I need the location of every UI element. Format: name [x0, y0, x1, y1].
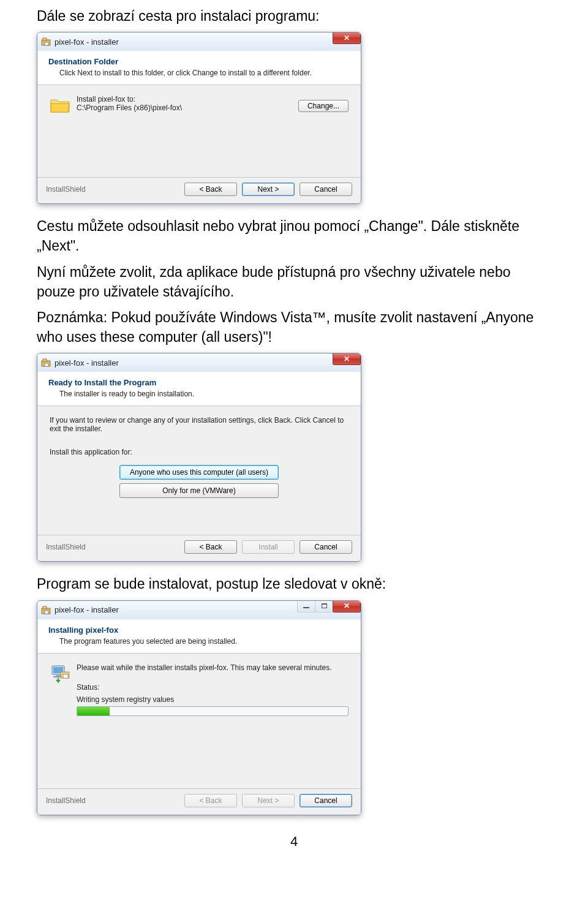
- next-button: Next >: [242, 794, 295, 807]
- window-title: pixel-fox - installer: [55, 37, 119, 47]
- next-button[interactable]: Next >: [242, 183, 295, 196]
- titlebar: pixel-fox - installer ✕: [37, 353, 361, 372]
- cancel-button[interactable]: Cancel: [300, 183, 352, 196]
- cancel-button[interactable]: Cancel: [300, 540, 352, 554]
- option-only-me[interactable]: Only for me (VMWare): [119, 483, 279, 498]
- installer-app-icon: [41, 37, 51, 47]
- back-button: < Back: [184, 794, 237, 807]
- progress-fill: [77, 707, 110, 715]
- installshield-brand: InstallShield: [46, 543, 86, 551]
- svg-rect-14: [63, 674, 68, 678]
- status-text: Writing system registry values: [77, 695, 349, 704]
- minimize-button[interactable]: [297, 600, 315, 613]
- option-all-users[interactable]: Anyone who uses this computer (all users…: [119, 465, 279, 480]
- computer-install-icon: [50, 663, 70, 684]
- close-button[interactable]: ✕: [333, 32, 361, 44]
- banner-heading: Ready to Install the Program: [48, 378, 350, 387]
- back-button[interactable]: < Back: [184, 540, 237, 554]
- doc-para-1: Cestu můžete odsouhlasit nebo vybrat jin…: [37, 216, 551, 255]
- window-title: pixel-fox - installer: [55, 605, 119, 614]
- titlebar: pixel-fox - installer ✕: [37, 601, 361, 619]
- installer-dialog-destination: pixel-fox - installer ✕ Destination Fold…: [37, 32, 361, 204]
- banner-heading: Destination Folder: [48, 57, 350, 66]
- installer-app-icon: [41, 358, 51, 368]
- status-label: Status:: [77, 683, 349, 692]
- install-button[interactable]: Install: [242, 540, 295, 554]
- close-button[interactable]: ✕: [333, 353, 361, 365]
- install-to-label: Install pixel-fox to:: [77, 95, 298, 104]
- svg-rect-7: [43, 606, 47, 609]
- please-wait-text: Please wait while the installer installs…: [77, 663, 349, 672]
- progress-bar: [77, 706, 349, 716]
- install-for-label: Install this application for:: [50, 448, 349, 456]
- installshield-brand: InstallShield: [46, 185, 86, 194]
- doc-para-4: Program se bude instalovat, postup lze s…: [37, 574, 551, 594]
- change-button[interactable]: Change...: [298, 100, 349, 112]
- banner-subtext: The installer is ready to begin installa…: [59, 390, 350, 398]
- banner-subtext: The program features you selected are be…: [59, 637, 350, 646]
- ready-body-text: If you want to review or change any of y…: [50, 416, 349, 433]
- doc-intro: Dále se zobrazí cesta pro instalaci prog…: [37, 6, 551, 26]
- dialog-banner: Installing pixel-fox The program feature…: [37, 619, 361, 654]
- svg-rect-2: [45, 42, 48, 45]
- cancel-button[interactable]: Cancel: [300, 794, 352, 807]
- installer-app-icon: [41, 605, 51, 615]
- install-path: C:\Program Files (x86)\pixel-fox\: [77, 104, 298, 112]
- window-title: pixel-fox - installer: [55, 358, 119, 368]
- page-number: 4: [37, 834, 551, 850]
- installshield-brand: InstallShield: [46, 796, 86, 805]
- doc-para-3: Poznámka: Pokud používáte Windows Vista™…: [37, 308, 551, 347]
- titlebar: pixel-fox - installer ✕: [37, 32, 361, 51]
- svg-rect-5: [45, 363, 48, 366]
- back-button[interactable]: < Back: [184, 183, 237, 196]
- svg-rect-8: [45, 611, 48, 614]
- close-button[interactable]: ✕: [333, 600, 361, 613]
- svg-rect-1: [43, 38, 47, 40]
- dialog-banner: Destination Folder Click Next to install…: [37, 51, 361, 85]
- maximize-button[interactable]: [315, 600, 333, 613]
- folder-icon: [50, 96, 70, 113]
- installer-dialog-ready: pixel-fox - installer ✕ Ready to Install…: [37, 353, 361, 562]
- doc-para-2: Nyní můžete zvolit, zda aplikace bude př…: [37, 262, 551, 301]
- banner-heading: Installing pixel-fox: [48, 625, 350, 635]
- svg-rect-4: [43, 359, 47, 361]
- svg-rect-11: [56, 674, 61, 676]
- dialog-banner: Ready to Install the Program The install…: [37, 372, 361, 406]
- installer-dialog-installing: pixel-fox - installer ✕ Installing pixel…: [37, 600, 361, 815]
- banner-subtext: Click Next to install to this folder, or…: [59, 69, 350, 77]
